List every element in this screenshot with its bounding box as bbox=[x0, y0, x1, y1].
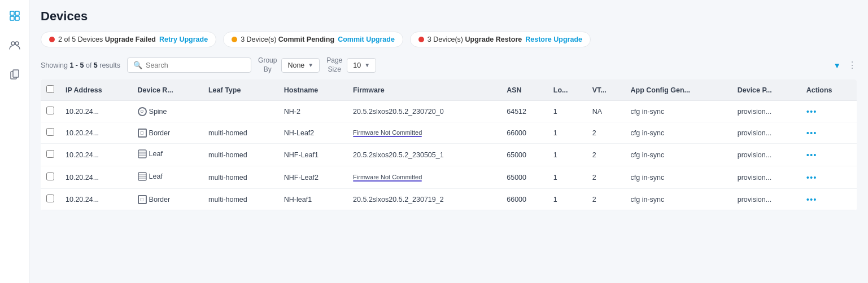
cell-device-p: provision... bbox=[732, 101, 801, 122]
cell-firmware: Firmware Not Committed bbox=[347, 166, 501, 189]
row-checkbox-cell bbox=[41, 144, 60, 166]
actions-menu-button[interactable]: ••• bbox=[806, 107, 817, 116]
role-label: Border bbox=[149, 129, 171, 137]
page-size-select[interactable]: 10 ▼ bbox=[347, 58, 376, 73]
sidebar bbox=[0, 0, 29, 283]
svg-point-4 bbox=[11, 42, 15, 45]
header-ip: IP Address bbox=[60, 79, 132, 101]
row-checkbox-cell bbox=[41, 101, 60, 122]
svg-rect-3 bbox=[15, 16, 19, 20]
group-by-select[interactable]: None ▼ bbox=[281, 58, 320, 73]
header-checkbox-cell bbox=[41, 79, 60, 101]
cell-device-role: Leaf bbox=[132, 166, 203, 189]
svg-point-5 bbox=[15, 42, 19, 45]
leaf-icon bbox=[138, 149, 147, 158]
cell-leaf-type: multi-homed bbox=[203, 166, 278, 189]
actions-menu-button[interactable]: ••• bbox=[806, 128, 817, 138]
cell-asn: 65000 bbox=[501, 144, 548, 166]
group-by-section: Group By None ▼ bbox=[258, 56, 320, 74]
cell-leaf-type bbox=[203, 101, 278, 122]
cell-hostname: NH-leaf1 bbox=[278, 189, 347, 210]
cell-device-role: ◻Border bbox=[132, 122, 203, 144]
cell-actions: ••• bbox=[801, 122, 857, 144]
alert-commit-pending: 3 Device(s) Commit Pending Commit Upgrad… bbox=[223, 32, 403, 47]
row-checkbox-2[interactable] bbox=[46, 150, 54, 158]
cell-firmware: 20.5.2slxos20.5.2_230505_1 bbox=[347, 144, 501, 166]
cell-device-role: Leaf bbox=[132, 144, 203, 166]
toolbar: Showing 1 - 5 of 5 results 🔍 Group By No… bbox=[41, 56, 857, 74]
cell-device-role: ⊙Spine bbox=[132, 101, 203, 122]
main-content: Devices 2 of 5 Devices Upgrade Failed Re… bbox=[29, 0, 868, 283]
cell-firmware: Firmware Not Committed bbox=[347, 122, 501, 144]
chevron-down-icon: ▼ bbox=[308, 62, 313, 68]
cell-device-p: provision... bbox=[732, 166, 801, 189]
cell-lo: 1 bbox=[548, 166, 587, 189]
row-checkbox-0[interactable] bbox=[46, 107, 54, 114]
alert-bar: 2 of 5 Devices Upgrade Failed Retry Upgr… bbox=[41, 32, 857, 47]
actions-menu-button[interactable]: ••• bbox=[806, 173, 817, 182]
devices-table: IP Address Device R... Leaf Type Hostnam… bbox=[41, 79, 857, 210]
firmware-not-committed: Firmware Not Committed bbox=[353, 174, 422, 182]
cell-asn: 66000 bbox=[501, 189, 548, 210]
cell-vt: 2 bbox=[587, 189, 625, 210]
row-checkbox-4[interactable] bbox=[46, 194, 54, 202]
filter-icon[interactable]: ▼ bbox=[833, 61, 841, 70]
group-by-value: None bbox=[287, 61, 304, 69]
cell-device-p: provision... bbox=[732, 122, 801, 144]
commit-upgrade-link[interactable]: Commit Upgrade bbox=[338, 36, 395, 43]
row-checkbox-cell bbox=[41, 166, 60, 189]
cell-vt: 2 bbox=[587, 166, 625, 189]
cell-leaf-type: multi-homed bbox=[203, 144, 278, 166]
cell-app-config: cfg in-sync bbox=[625, 122, 731, 144]
cell-lo: 1 bbox=[548, 144, 587, 166]
table-header-row: IP Address Device R... Leaf Type Hostnam… bbox=[41, 79, 857, 101]
page-size-value: 10 bbox=[353, 61, 361, 69]
cell-lo: 1 bbox=[548, 101, 587, 122]
cell-vt: 2 bbox=[587, 144, 625, 166]
search-box[interactable]: 🔍 bbox=[127, 58, 251, 73]
search-icon: 🔍 bbox=[133, 61, 142, 69]
alert-text-1: 2 of 5 Devices Upgrade Failed bbox=[58, 36, 156, 43]
actions-menu-button[interactable]: ••• bbox=[806, 194, 817, 204]
sidebar-icon-grid[interactable] bbox=[6, 7, 24, 25]
search-input[interactable] bbox=[146, 61, 245, 69]
dot-red-2 bbox=[418, 37, 424, 42]
page-size-label: Page Size bbox=[326, 56, 342, 74]
row-checkbox-1[interactable] bbox=[46, 128, 54, 136]
alert-upgrade-failed: 2 of 5 Devices Upgrade Failed Retry Upgr… bbox=[41, 32, 216, 47]
restore-upgrade-link[interactable]: Restore Upgrade bbox=[525, 36, 582, 43]
actions-menu-button[interactable]: ••• bbox=[806, 150, 817, 160]
sidebar-icon-users[interactable] bbox=[6, 36, 24, 54]
cell-ip: 10.20.24... bbox=[60, 144, 132, 166]
cell-firmware: 20.5.2slxos20.5.2_230720_0 bbox=[347, 101, 501, 122]
svg-rect-0 bbox=[10, 11, 14, 15]
table-row: 10.20.24... Leafmulti-homedNHF-Leaf120.5… bbox=[41, 144, 857, 166]
cell-actions: ••• bbox=[801, 189, 857, 210]
cell-device-p: provision... bbox=[732, 144, 801, 166]
border-icon: ◻ bbox=[138, 129, 147, 138]
cell-ip: 10.20.24... bbox=[60, 189, 132, 210]
row-checkbox-3[interactable] bbox=[46, 173, 54, 180]
page-title: Devices bbox=[41, 9, 857, 24]
cell-lo: 1 bbox=[548, 189, 587, 210]
table-row: 10.20.24...⊙SpineNH-220.5.2slxos20.5.2_2… bbox=[41, 101, 857, 122]
header-device-p: Device P... bbox=[732, 79, 801, 101]
header-asn: ASN bbox=[501, 79, 548, 101]
cell-asn: 64512 bbox=[501, 101, 548, 122]
header-actions: Actions bbox=[801, 79, 857, 101]
more-options-icon[interactable]: ⋮ bbox=[848, 60, 857, 70]
page-size-section: Page Size 10 ▼ bbox=[326, 56, 376, 74]
sidebar-icon-copy[interactable] bbox=[6, 65, 24, 83]
cell-asn: 66000 bbox=[501, 122, 548, 144]
showing-text: Showing 1 - 5 of 5 results bbox=[41, 61, 120, 69]
header-lo: Lo... bbox=[548, 79, 587, 101]
select-all-checkbox[interactable] bbox=[46, 85, 54, 93]
cell-hostname: NHF-Leaf1 bbox=[278, 144, 347, 166]
alert-upgrade-restore: 3 Device(s) Upgrade Restore Restore Upgr… bbox=[410, 32, 591, 47]
role-label: Spine bbox=[149, 108, 167, 116]
header-app-config: App Config Gen... bbox=[625, 79, 731, 101]
retry-upgrade-link[interactable]: Retry Upgrade bbox=[159, 36, 208, 43]
svg-rect-7 bbox=[13, 70, 19, 77]
alert-text-3: 3 Device(s) Upgrade Restore bbox=[428, 36, 522, 43]
role-label: Border bbox=[149, 196, 171, 204]
